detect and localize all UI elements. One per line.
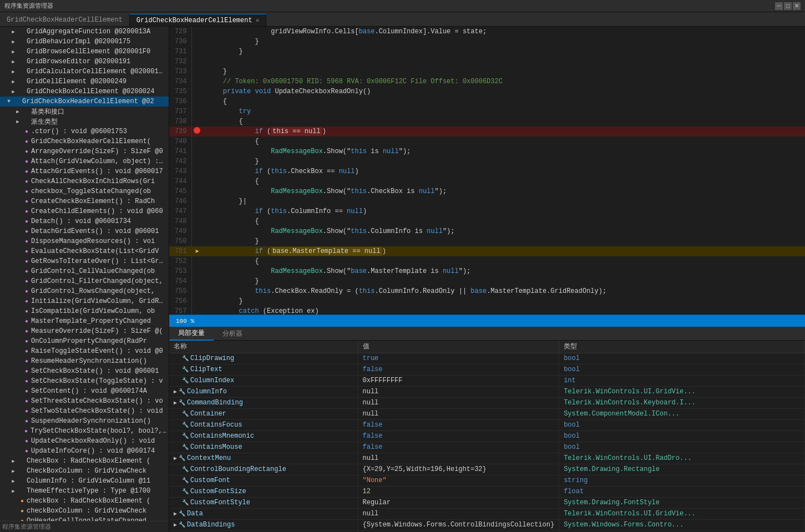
tree-item[interactable]: ▶ColumnInfo : GridViewColumn @11: [0, 476, 169, 486]
code-content[interactable]: [202, 57, 805, 67]
tree-item[interactable]: ●RaiseToggleStateEvent() : void @0: [0, 346, 169, 356]
code-content[interactable]: {: [202, 136, 805, 146]
tree-expand-icon[interactable]: ▶: [9, 57, 18, 66]
tree-item[interactable]: ●Initialize(GridViewColumn, GridRow: [0, 296, 169, 306]
maximize-button[interactable]: □: [784, 2, 792, 10]
tree-expand-icon[interactable]: ▼: [4, 97, 13, 106]
tab-active[interactable]: GridCheckBoxHeaderCellElement ✕: [130, 14, 266, 26]
tab-analyzer[interactable]: 分析器: [214, 327, 251, 341]
tree-item[interactable]: ▼GridCheckBoxHeaderCellElement @02: [0, 97, 169, 107]
tree-item[interactable]: ●SetTwoStateCheckBoxState() : void: [0, 406, 169, 416]
tree-item[interactable]: ▶基类和接口: [0, 107, 169, 116]
tree-item[interactable]: ●checkBox : RadCheckBoxElement (: [0, 496, 169, 506]
code-content[interactable]: }: [202, 296, 805, 306]
tree-item[interactable]: ▶派生类型: [0, 116, 169, 126]
tree-item[interactable]: ●AttachGridEvents() : void @060017: [0, 166, 169, 176]
tab-close-icon[interactable]: ✕: [256, 17, 260, 24]
tree-item[interactable]: ●SetThreeStateCheckBoxState() : vo: [0, 396, 169, 406]
tree-item[interactable]: ●checkbox_ToggleStateChanged(ob: [0, 186, 169, 196]
code-scroll[interactable]: 729 gridViewRowInfo.Cells[base.ColumnInd…: [169, 27, 805, 315]
tree-item[interactable]: ●IsCompatible(GridViewColumn, ob: [0, 306, 169, 316]
code-content[interactable]: if (this.ColumnInfo == null): [202, 206, 805, 216]
tree-item[interactable]: ●OnHeaderCellToggleStateChanged: [0, 516, 169, 521]
code-content[interactable]: if (this.CheckBox == null): [202, 166, 805, 176]
tree-expand-icon[interactable]: ▶: [13, 117, 22, 126]
code-content[interactable]: this.CheckBox.ReadOnly = (this.ColumnInf…: [202, 286, 805, 296]
code-content[interactable]: }: [202, 156, 805, 166]
locals-table-wrap[interactable]: 名称 值 类型 🔧ClipDrawingtruebool🔧ClipTextfal…: [169, 341, 805, 532]
tree-item[interactable]: ●UpdateInfoCore() : void @060174: [0, 446, 169, 456]
tree-item[interactable]: ●GridControl_RowsChanged(object,: [0, 286, 169, 296]
code-content[interactable]: }: [202, 37, 805, 47]
tree-item[interactable]: ●CreateChildElements() : void @060: [0, 206, 169, 216]
code-content[interactable]: RadMessageBox.Show("this.ColumnInfo is n…: [202, 226, 805, 236]
expand-icon[interactable]: ▶: [174, 510, 177, 517]
code-content[interactable]: try: [202, 107, 805, 116]
tree-item[interactable]: ●checkBoxColumn : GridViewCheck: [0, 506, 169, 516]
code-content[interactable]: {: [202, 256, 805, 266]
tree-expand-icon[interactable]: ▶: [9, 77, 18, 86]
tree-item[interactable]: ▶GridCalculatorCellElement @020001F1: [0, 67, 169, 77]
expand-icon[interactable]: ▶: [174, 521, 177, 528]
close-button[interactable]: ✕: [793, 2, 801, 10]
tree-item[interactable]: ▶GridBrowseEditor @02000191: [0, 57, 169, 67]
tree-item[interactable]: ▶GridBehaviorImpl @02000175: [0, 37, 169, 47]
tree-item[interactable]: ▶GridCellElement @02000249: [0, 77, 169, 87]
tree-item[interactable]: ●TrySetCheckBoxState(bool?, bool?, bo: [0, 426, 169, 436]
tree-item[interactable]: ●Detach() : void @06001734: [0, 216, 169, 226]
tree-expand-icon[interactable]: ▶: [9, 67, 18, 76]
tree-item[interactable]: ●SetCheckBoxState(ToggleState) : v: [0, 376, 169, 386]
tab-inactive[interactable]: GridCheckBoxHeaderCellElement: [0, 14, 130, 26]
tree-expand-icon[interactable]: ▶: [9, 457, 18, 465]
tree-item[interactable]: ●OnColumnPropertyChanged(RadPr: [0, 336, 169, 346]
code-content[interactable]: RadMessageBox.Show("base.MasterTemplate …: [202, 266, 805, 276]
tree-item[interactable]: ●SuspendHeaderSynchronization(): [0, 416, 169, 426]
tree-item[interactable]: ▶ThemeEffectiveType : Type @1700: [0, 486, 169, 496]
tree-item[interactable]: ●ResumeHeaderSynchronization(): [0, 356, 169, 366]
tree-item[interactable]: ●MeasureOverride(SizeF) : SizeF @(: [0, 326, 169, 336]
tree-item[interactable]: ●GridControl_CellValueChanged(ob: [0, 266, 169, 276]
tree-expand-icon[interactable]: ▶: [9, 37, 18, 46]
expand-icon[interactable]: ▶: [174, 388, 177, 395]
code-content[interactable]: {: [202, 176, 805, 186]
code-content[interactable]: RadMessageBox.Show("this.CheckBox is nul…: [202, 186, 805, 196]
code-content[interactable]: }: [202, 276, 805, 286]
tree-expand-icon[interactable]: ▶: [9, 487, 18, 495]
code-content[interactable]: }: [202, 47, 805, 57]
minimize-button[interactable]: ─: [775, 2, 783, 10]
tree-item[interactable]: ●UpdateCheckboxReadOnly() : void: [0, 436, 169, 446]
expand-icon[interactable]: ▶: [174, 399, 177, 406]
code-content[interactable]: {: [202, 116, 805, 126]
code-content[interactable]: {: [202, 216, 805, 226]
code-content[interactable]: private void UpdateCheckboxReadOnly(): [202, 87, 805, 97]
tree-item[interactable]: ▶GridBrowseCellElement @020001F0: [0, 47, 169, 57]
tree-expand-icon[interactable]: ▶: [9, 467, 18, 475]
tree-item[interactable]: ●MasterTemplate_PropertyChanged: [0, 316, 169, 326]
expand-icon[interactable]: ▶: [174, 455, 177, 462]
tree-item[interactable]: ●GridControl_FilterChanged(object,: [0, 276, 169, 286]
code-content[interactable]: catch (Exception ex): [202, 306, 805, 315]
tree-item[interactable]: ●ArrangeOverride(SizeF) : SizeF @0: [0, 146, 169, 156]
tree-item[interactable]: ▶GridAggregateFunction @0200013A: [0, 27, 169, 37]
code-content[interactable]: RadMessageBox.Show("this is null");: [202, 146, 805, 156]
tree-view[interactable]: ▶GridAggregateFunction @0200013A▶GridBeh…: [0, 27, 169, 521]
tree-item[interactable]: ●SetCheckBoxState() : void @06001: [0, 366, 169, 376]
tree-item[interactable]: ▶CheckBoxColumn : GridViewCheck: [0, 466, 169, 476]
tree-item[interactable]: ●DisposeManagedResources() : voi: [0, 236, 169, 246]
code-content[interactable]: gridViewRowInfo.Cells[base.ColumnIndex].…: [202, 27, 805, 37]
tree-item[interactable]: ●CheckAllCheckBoxInChildRows(Gri: [0, 176, 169, 186]
tree-item[interactable]: ●DetachGridEvents() : void @06001: [0, 226, 169, 236]
tree-expand-icon[interactable]: ▶: [9, 27, 18, 36]
tree-expand-icon[interactable]: ▶: [13, 107, 22, 116]
tree-item[interactable]: ●SetContent() : void @0600174A: [0, 386, 169, 396]
code-content[interactable]: }: [202, 236, 805, 246]
code-content[interactable]: // Token: 0x06001750 RID: 5968 RVA: 0x00…: [202, 77, 805, 87]
tree-expand-icon[interactable]: ▶: [9, 47, 18, 56]
tree-expand-icon[interactable]: ▶: [9, 87, 18, 96]
tab-locals[interactable]: 局部变量: [169, 327, 214, 341]
tree-item[interactable]: ▶CheckBox : RadCheckBoxElement (: [0, 456, 169, 466]
code-content[interactable]: }: [202, 67, 805, 77]
code-content[interactable]: if (this == null): [202, 126, 805, 136]
code-content[interactable]: {: [202, 97, 805, 107]
tree-item[interactable]: ●CreateCheckBoxElement() : RadCh: [0, 196, 169, 206]
